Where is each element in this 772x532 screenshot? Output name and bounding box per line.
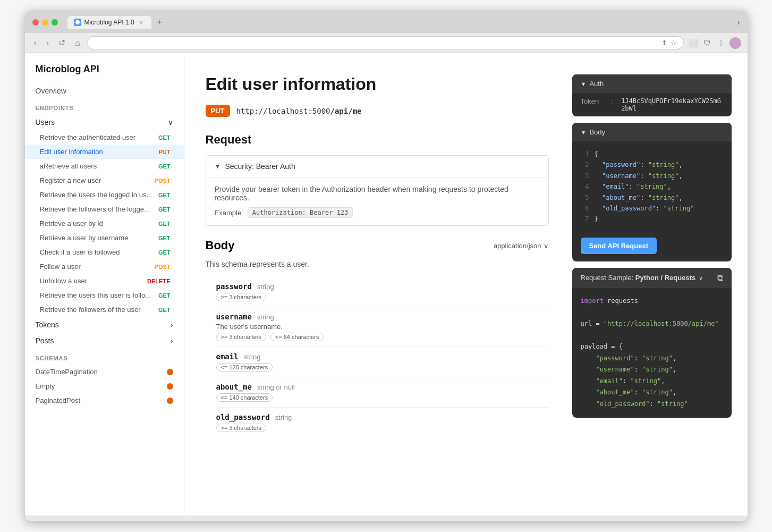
body-header: Body application/json ∨ (206, 239, 549, 252)
body-panel-header[interactable]: ▼ Body (572, 123, 732, 141)
tokens-group-label: Tokens (36, 320, 59, 329)
bookmark-icon: ☆ (671, 39, 677, 47)
endpoint-url: PUT http://localhost:5000/api/me (206, 105, 549, 117)
back-button[interactable]: ‹ (31, 37, 39, 49)
field-type: string (275, 413, 292, 421)
sidebar-schema-datetimepagination[interactable]: DateTimePagination (25, 365, 184, 379)
sidebar-item-all-users[interactable]: aRetrieve all users GET (25, 159, 184, 173)
sidebar-item-retrieve-auth-user[interactable]: Retrieve the authenticated user GET (25, 130, 184, 145)
sample-chevron-icon: ∨ (699, 275, 703, 281)
sidebar-item-followers-logged[interactable]: Retrieve the followers of the logge... G… (25, 202, 184, 216)
sidebar-overview[interactable]: Overview (25, 83, 184, 98)
sidebar-group-users-header[interactable]: Users ∨ (25, 114, 184, 130)
maximize-button[interactable] (52, 19, 58, 26)
sidebar-item-label: Edit user information (40, 148, 103, 156)
sidebar-item-users-this-follows[interactable]: Retrieve the users this user is follo...… (25, 288, 184, 302)
sidebar-item-users-logged-in[interactable]: Retrieve the users the logged in us... G… (25, 188, 184, 202)
shield-icon[interactable]: 🛡 (702, 38, 712, 48)
content-type-selector[interactable]: application/json ∨ (494, 242, 549, 250)
method-badge-get: GET (156, 134, 173, 141)
sidebar-schema-paginatedpost[interactable]: PaginatedPost (25, 393, 184, 408)
sidebar-item-followers-of-user[interactable]: Retrieve the followers of the user GET (25, 302, 184, 317)
endpoints-label: ENDPOINTS (25, 98, 184, 114)
address-bar[interactable]: localhost:5000/docs#/operations/users_pu… (87, 36, 684, 49)
method-badge-get: GET (156, 306, 173, 314)
code-line-about: "about_me": "string", (581, 387, 723, 399)
code-line-username: "username": "string", (581, 364, 723, 376)
auth-collapse-icon: ▼ (581, 81, 587, 87)
close-button[interactable] (32, 19, 39, 26)
address-input[interactable]: localhost:5000/docs#/operations/users_pu… (94, 39, 658, 47)
content-type-chevron-icon: ∨ (544, 242, 549, 250)
method-badge-get: GET (156, 292, 173, 299)
tab-bar: Microblog API 1.0 × + (67, 16, 733, 29)
code-line: 5 "about_me": "string", (581, 192, 723, 203)
schema-indicator (167, 383, 173, 390)
security-card-header[interactable]: ▼ Security: Bearer Auth (206, 156, 548, 177)
sidebar-schema-empty[interactable]: Empty (25, 379, 184, 393)
body-description: This schema represents a user. (206, 260, 549, 268)
minimize-button[interactable] (42, 19, 48, 26)
extensions-icon[interactable]: ⬜ (688, 38, 699, 48)
body-panel: ▼ Body 1 { 2 "password": "string", (572, 123, 732, 261)
security-card-title: Security: Bearer Auth (225, 162, 295, 171)
sidebar-group-tokens-header[interactable]: Tokens › (25, 317, 184, 333)
sidebar-item-user-by-id[interactable]: Retrieve a user by id GET (25, 216, 184, 231)
auth-panel: ▼ Auth Token : 1J4BcSVqUPOFr19ekaxYCW2Sm… (572, 74, 732, 116)
traffic-lights (32, 19, 58, 26)
posts-group-label: Posts (36, 336, 54, 345)
sidebar-item-label: Retrieve the followers of the user (40, 306, 141, 314)
sample-header-label: Request Sample: Python / Requests ∨ (581, 274, 703, 282)
url-display: http://localhost:5000/api/me (236, 107, 362, 115)
schema-indicator (167, 369, 173, 375)
schema-field-about-me: about_me string or null <= 140 character… (216, 377, 549, 408)
field-name: email (216, 352, 239, 361)
auth-panel-header[interactable]: ▼ Auth (572, 74, 732, 93)
active-tab[interactable]: Microblog API 1.0 × (67, 16, 151, 29)
method-badge-post: POST (152, 263, 173, 271)
sample-code-header: Request Sample: Python / Requests ∨ ⧉ (572, 268, 732, 288)
method-badge-get: GET (156, 234, 173, 242)
sidebar-item-check-followed[interactable]: Check if a user is followed GET (25, 245, 184, 259)
tab-chevron-icon: › (737, 18, 740, 27)
new-tab-button[interactable]: + (154, 17, 166, 28)
app-layout: Microblog API Overview ENDPOINTS Users ∨… (25, 53, 748, 516)
token-label: Token (581, 97, 605, 105)
sidebar-item-edit-user[interactable]: Edit user information PUT (25, 145, 184, 159)
tab-close-button[interactable]: × (138, 19, 145, 26)
sidebar-item-register[interactable]: Register a new user POST (25, 173, 184, 188)
page-title: Edit user information (206, 74, 549, 94)
method-badge-post: POST (152, 177, 173, 184)
home-button[interactable]: ⌂ (72, 37, 83, 49)
tab-title: Microblog API 1.0 (84, 19, 134, 26)
field-name: username (216, 313, 252, 321)
field-constraint-min: >= 3 characters (216, 333, 266, 341)
forward-button[interactable]: › (44, 37, 52, 49)
sample-code-panel: Request Sample: Python / Requests ∨ ⧉ im… (572, 268, 732, 418)
code-line-url: url = "http://localhost:5000/api/me" (581, 318, 723, 330)
sidebar-item-user-by-username[interactable]: Retrieve a user by username GET (25, 231, 184, 245)
code-line: 3 "username": "string", (581, 171, 723, 181)
body-section: Body application/json ∨ This schema repr… (206, 239, 549, 437)
svg-point-0 (75, 20, 80, 24)
sidebar-item-label: Retrieve the authenticated user (40, 133, 136, 141)
code-line-password: "password": "string", (581, 353, 723, 365)
sidebar-group-posts: Posts › (25, 333, 184, 349)
sidebar-group-posts-header[interactable]: Posts › (25, 333, 184, 349)
code-line: 4 "email": "string", (581, 181, 723, 192)
field-constraint: >= 3 characters (216, 424, 266, 432)
sidebar-item-unfollow-user[interactable]: Unfollow a user DELETE (25, 274, 184, 288)
reload-button[interactable]: ↺ (56, 37, 68, 49)
share-icon: ⬆ (661, 39, 667, 47)
more-icon[interactable]: ⋮ (716, 38, 726, 48)
sidebar-item-follow-user[interactable]: Follow a user POST (25, 259, 184, 274)
sidebar-item-label: Retrieve a user by username (40, 234, 129, 242)
collapse-icon: ▼ (215, 163, 221, 170)
field-constraint: <= 120 characters (216, 363, 273, 371)
send-api-request-button[interactable]: Send API Request (581, 238, 657, 254)
copy-icon[interactable]: ⧉ (717, 273, 723, 283)
user-avatar[interactable] (729, 37, 741, 49)
body-collapse-icon: ▼ (581, 129, 587, 136)
schema-field-username: username string The user's username. >= … (216, 307, 549, 347)
schema-field-old-password: old_password string >= 3 characters (216, 408, 549, 437)
